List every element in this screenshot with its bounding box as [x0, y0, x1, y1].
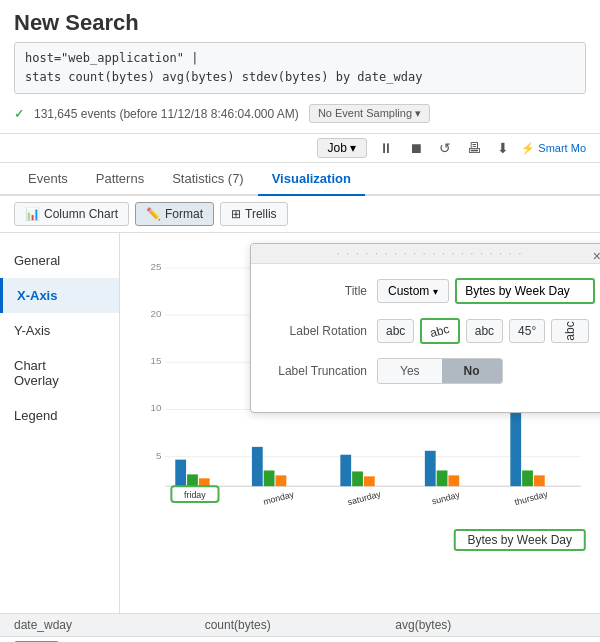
main-area: General X-Axis Y-Axis ChartOverlay Legen…: [0, 233, 600, 613]
drag-handle[interactable]: · · · · · · · · · · · · · · · · · · · ·: [251, 244, 600, 264]
format-icon: ✏️: [146, 207, 161, 221]
visualization-toolbar: 📊 Column Chart ✏️ Format ⊞ Trellis: [0, 196, 600, 233]
close-icon[interactable]: ×: [593, 248, 600, 264]
tab-patterns[interactable]: Patterns: [82, 163, 158, 196]
svg-text:sunday: sunday: [431, 490, 462, 507]
pause-button[interactable]: ⏸: [375, 138, 397, 158]
sidebar-item-yaxis[interactable]: Y-Axis: [0, 313, 119, 348]
events-text: 131,645 events (before 11/12/18 8:46:04.…: [34, 107, 299, 121]
sidebar-item-legend[interactable]: Legend: [0, 398, 119, 433]
trellis-button[interactable]: ⊞ Trellis: [220, 202, 288, 226]
chart-area: · · · · · · · · · · · · · · · · · · · · …: [120, 233, 600, 613]
title-controls: Custom ▾: [377, 278, 595, 304]
format-sidebar: General X-Axis Y-Axis ChartOverlay Legen…: [0, 233, 120, 613]
format-label: Format: [165, 207, 203, 221]
smart-mode[interactable]: ⚡ Smart Mo: [521, 142, 586, 155]
x-axis-title: Bytes by Week Day: [454, 529, 586, 551]
column-chart-label: Column Chart: [44, 207, 118, 221]
sidebar-item-chart-overlay[interactable]: ChartOverlay: [0, 348, 119, 398]
svg-rect-26: [448, 476, 459, 487]
svg-rect-30: [534, 476, 545, 487]
sidebar-item-xaxis[interactable]: X-Axis: [0, 278, 119, 313]
svg-rect-11: [175, 460, 186, 487]
rotation-btn-4[interactable]: abc: [551, 319, 588, 343]
title-row: Title Custom ▾: [267, 278, 593, 304]
svg-rect-24: [425, 451, 436, 486]
print-button[interactable]: 🖶: [463, 138, 485, 158]
page-header: New Search host="web_application" | stat…: [0, 0, 600, 134]
format-button[interactable]: ✏️ Format: [135, 202, 214, 226]
format-panel: · · · · · · · · · · · · · · · · · · · · …: [250, 243, 600, 413]
query-line2: stats count(bytes) avg(bytes) stdev(byte…: [25, 68, 575, 87]
dropdown-arrow: ▾: [433, 286, 438, 297]
no-button[interactable]: No: [442, 359, 502, 383]
svg-rect-13: [199, 479, 210, 487]
trellis-label: Trellis: [245, 207, 277, 221]
label-truncation-label: Label Truncation: [267, 364, 367, 378]
label-truncation-row: Label Truncation Yes No: [267, 358, 593, 384]
svg-rect-12: [187, 475, 198, 487]
table-row: friday 22775 2159.2494840834247: [0, 637, 600, 642]
tab-events[interactable]: Events: [14, 163, 82, 196]
sampling-dropdown[interactable]: No Event Sampling ▾: [309, 104, 430, 123]
svg-text:15: 15: [151, 356, 162, 367]
svg-text:friday: friday: [184, 490, 206, 500]
svg-rect-29: [522, 471, 533, 487]
svg-rect-18: [275, 476, 286, 487]
rotation-controls: abc abc abc 45° abc: [377, 318, 593, 344]
col-header-avg: avg(bytes): [395, 618, 586, 632]
title-input[interactable]: [455, 278, 595, 304]
svg-text:saturday: saturday: [346, 489, 382, 508]
svg-rect-17: [264, 471, 275, 487]
query-line1: host="web_application" |: [25, 49, 575, 68]
yes-button[interactable]: Yes: [378, 359, 442, 383]
sidebar-item-general[interactable]: General: [0, 243, 119, 278]
col-header-count: count(bytes): [205, 618, 396, 632]
svg-text:5: 5: [156, 450, 162, 461]
label-rotation-row: Label Rotation abc abc abc 45° abc: [267, 318, 593, 344]
trellis-icon: ⊞: [231, 207, 241, 221]
svg-rect-22: [364, 477, 375, 487]
svg-text:25: 25: [151, 261, 162, 272]
x-axis-title-container: Bytes by Week Day: [134, 525, 586, 551]
page-title: New Search: [14, 10, 586, 36]
table-header: date_wday count(bytes) avg(bytes): [0, 614, 600, 637]
custom-label: Custom: [388, 284, 429, 298]
rotation-btn-2[interactable]: abc: [466, 319, 503, 343]
rotation-btn-0[interactable]: abc: [377, 319, 414, 343]
svg-rect-20: [340, 455, 351, 486]
title-label: Title: [267, 284, 367, 298]
column-chart-button[interactable]: 📊 Column Chart: [14, 202, 129, 226]
bottom-table: date_wday count(bytes) avg(bytes) friday…: [0, 613, 600, 642]
job-bar: Job ▾ ⏸ ⏹ ↺ 🖶 ⬇ ⚡ Smart Mo: [0, 134, 600, 163]
rotation-btn-1[interactable]: abc: [420, 318, 459, 344]
refresh-button[interactable]: ↺: [435, 138, 455, 158]
svg-rect-21: [352, 472, 363, 487]
panel-content: Title Custom ▾ Label Rotation abc abc: [251, 264, 600, 412]
truncation-toggle: Yes No: [377, 358, 503, 384]
svg-rect-16: [252, 447, 263, 486]
svg-text:10: 10: [151, 403, 162, 414]
custom-dropdown[interactable]: Custom ▾: [377, 279, 449, 303]
label-rotation-label: Label Rotation: [267, 324, 367, 338]
status-bar: ✓ 131,645 events (before 11/12/18 8:46:0…: [14, 100, 586, 127]
col-header-date: date_wday: [14, 618, 205, 632]
svg-rect-25: [437, 471, 448, 487]
tab-visualization[interactable]: Visualization: [258, 163, 365, 196]
svg-text:thursday: thursday: [514, 489, 550, 508]
job-button[interactable]: Job ▾: [317, 138, 368, 158]
download-button[interactable]: ⬇: [493, 138, 513, 158]
status-check: ✓: [14, 107, 24, 121]
rotation-btn-3[interactable]: 45°: [509, 319, 545, 343]
tabs-bar: Events Patterns Statistics (7) Visualiza…: [0, 163, 600, 196]
tab-statistics[interactable]: Statistics (7): [158, 163, 258, 196]
truncation-controls: Yes No: [377, 358, 593, 384]
column-chart-icon: 📊: [25, 207, 40, 221]
svg-text:monday: monday: [262, 489, 295, 507]
stop-button[interactable]: ⏹: [405, 138, 427, 158]
query-box[interactable]: host="web_application" | stats count(byt…: [14, 42, 586, 94]
svg-text:20: 20: [151, 309, 162, 320]
